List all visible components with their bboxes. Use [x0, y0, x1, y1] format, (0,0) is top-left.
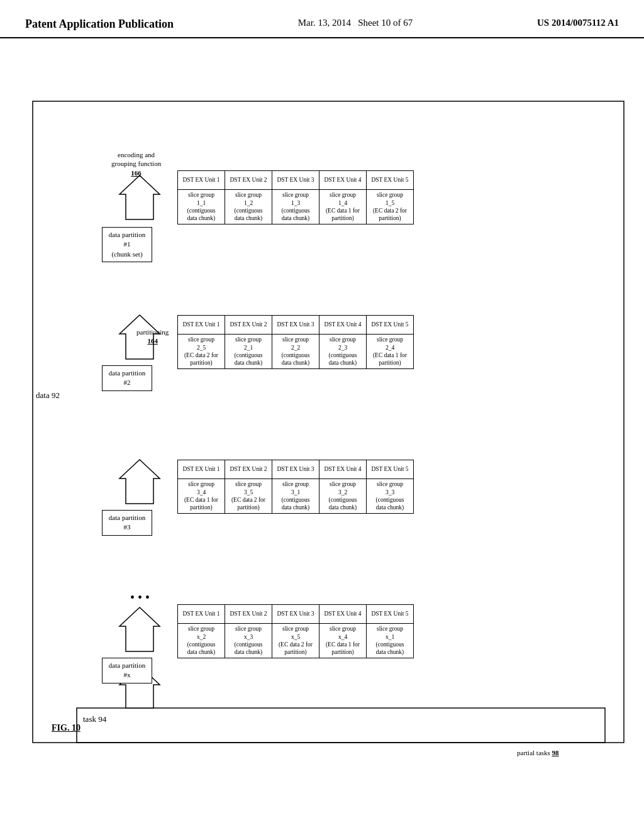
- fig-label: FIG. 10: [52, 723, 80, 733]
- patent-number: US 2014/0075112 A1: [537, 18, 619, 28]
- task94-label: task 94: [83, 714, 106, 724]
- partial-tasks-label: partial tasks 98: [517, 749, 559, 756]
- svg-marker-6: [119, 607, 160, 651]
- main-content: data 92 task 94 encoding and grouping fu…: [0, 38, 644, 818]
- svg-marker-2: [136, 177, 143, 186]
- svg-marker-3: [119, 175, 160, 219]
- publication-title: Patent Application Publication: [25, 18, 174, 31]
- sheet-info: Mar. 13, 2014 Sheet 10 of 67: [298, 18, 413, 28]
- ellipsis: •••: [130, 590, 153, 605]
- data92-label: data 92: [36, 390, 60, 401]
- dst-table-4: DST EX Unit 1 DST EX Unit 2 DST EX Unit …: [177, 604, 414, 658]
- dst-table-2: DST EX Unit 1 DST EX Unit 2 DST EX Unit …: [177, 315, 414, 369]
- partition-box-3: data partition #3: [102, 510, 152, 536]
- diagram: data 92 task 94 encoding and grouping fu…: [14, 51, 630, 793]
- dst-table-3: DST EX Unit 1 DST EX Unit 2 DST EX Unit …: [177, 460, 414, 514]
- encoding-label: encoding and grouping function 166: [111, 150, 161, 177]
- partition-box-1: data partition #1 (chunk set): [102, 227, 152, 262]
- dst-table-1: DST EX Unit 1 DST EX Unit 2 DST EX Unit …: [177, 170, 414, 224]
- page-header: Patent Application Publication Mar. 13, …: [0, 0, 644, 38]
- svg-marker-5: [119, 460, 160, 504]
- partitioning-label: partitioning 164: [136, 328, 169, 346]
- partition-box-2: data partition #2: [102, 365, 152, 391]
- svg-rect-7: [77, 708, 605, 743]
- partition-box-x: data partition #x: [102, 658, 152, 683]
